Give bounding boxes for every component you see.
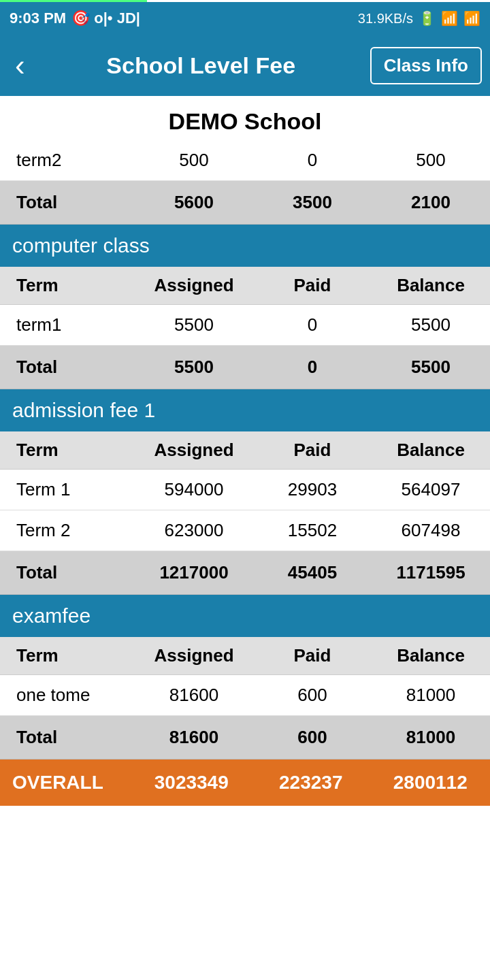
assigned-cell: 5500 bbox=[135, 314, 253, 336]
col-balance: Balance bbox=[372, 645, 490, 666]
paid-cell: 0 bbox=[253, 314, 372, 336]
time: 9:03 PM bbox=[10, 10, 66, 27]
demo-school-section: term2 500 0 500 Total 5600 3500 2100 bbox=[0, 140, 490, 225]
section-header-computer-class: computer class bbox=[0, 225, 490, 267]
status-left: 9:03 PM 🎯 o|• JD| bbox=[10, 10, 140, 27]
total-balance: 81000 bbox=[372, 727, 490, 748]
admission-fee-section: admission fee 1 Term Assigned Paid Balan… bbox=[0, 389, 490, 595]
school-name: DEMO School bbox=[0, 96, 490, 140]
assigned-cell: 594000 bbox=[135, 479, 253, 500]
balance-cell: 500 bbox=[372, 150, 490, 171]
table-row: term1 5500 0 5500 bbox=[0, 305, 490, 346]
total-row: Total 5600 3500 2100 bbox=[0, 181, 490, 225]
balance-cell: 81000 bbox=[372, 685, 490, 706]
overall-paid: 223237 bbox=[251, 772, 371, 794]
table-row: one tome 81600 600 81000 bbox=[0, 675, 490, 716]
total-paid: 0 bbox=[253, 357, 372, 378]
computer-class-section: computer class Term Assigned Paid Balanc… bbox=[0, 225, 490, 389]
total-paid: 3500 bbox=[253, 192, 372, 213]
class-info-button[interactable]: Class Info bbox=[370, 47, 482, 84]
total-label: Total bbox=[0, 727, 135, 748]
table-row: Term 2 623000 15502 607498 bbox=[0, 510, 490, 551]
paid-cell: 15502 bbox=[253, 520, 372, 541]
overall-footer: OVERALL 3023349 223237 2800112 bbox=[0, 760, 490, 806]
col-paid: Paid bbox=[253, 440, 372, 461]
network-speed: 31.9KB/s bbox=[358, 11, 413, 27]
total-row: Total 1217000 45405 1171595 bbox=[0, 551, 490, 595]
examfee-section: examfee Term Assigned Paid Balance one t… bbox=[0, 595, 490, 760]
paid-cell: 29903 bbox=[253, 479, 372, 500]
overall-assigned: 3023349 bbox=[132, 772, 252, 794]
total-balance: 5500 bbox=[372, 357, 490, 378]
table-row: term2 500 0 500 bbox=[0, 140, 490, 181]
total-assigned: 5500 bbox=[135, 357, 253, 378]
status-bar: 9:03 PM 🎯 o|• JD| 31.9KB/s 🔋 📶 📶 bbox=[0, 2, 490, 35]
balance-cell: 5500 bbox=[372, 314, 490, 336]
total-label: Total bbox=[0, 357, 135, 378]
term-cell: one tome bbox=[0, 685, 135, 706]
col-assigned: Assigned bbox=[135, 440, 253, 461]
term-cell: Term 2 bbox=[0, 520, 135, 541]
status-icons: 🎯 o|• JD| bbox=[71, 10, 140, 27]
total-assigned: 1217000 bbox=[135, 562, 253, 583]
col-balance: Balance bbox=[372, 275, 490, 296]
col-term: Term bbox=[0, 275, 135, 296]
col-assigned: Assigned bbox=[135, 275, 253, 296]
top-bar: ‹ School Level Fee Class Info bbox=[0, 35, 490, 96]
col-term: Term bbox=[0, 440, 135, 461]
col-paid: Paid bbox=[253, 275, 372, 296]
assigned-cell: 500 bbox=[135, 150, 253, 171]
total-paid: 600 bbox=[253, 727, 372, 748]
col-balance: Balance bbox=[372, 440, 490, 461]
col-header-row: Term Assigned Paid Balance bbox=[0, 431, 490, 470]
assigned-cell: 81600 bbox=[135, 685, 253, 706]
total-label: Total bbox=[0, 192, 135, 213]
col-term: Term bbox=[0, 645, 135, 666]
term-cell: term1 bbox=[0, 314, 135, 336]
back-button[interactable]: ‹ bbox=[8, 50, 32, 80]
total-row: Total 81600 600 81000 bbox=[0, 716, 490, 760]
total-label: Total bbox=[0, 562, 135, 583]
col-header-row: Term Assigned Paid Balance bbox=[0, 637, 490, 675]
total-balance: 2100 bbox=[372, 192, 490, 213]
overall-balance: 2800112 bbox=[371, 772, 491, 794]
balance-cell: 564097 bbox=[372, 479, 490, 500]
col-header-row: Term Assigned Paid Balance bbox=[0, 267, 490, 305]
total-paid: 45405 bbox=[253, 562, 372, 583]
balance-cell: 607498 bbox=[372, 520, 490, 541]
signal-icon: 📶 bbox=[441, 10, 458, 27]
status-right: 31.9KB/s 🔋 📶 📶 bbox=[358, 10, 480, 27]
col-assigned: Assigned bbox=[135, 645, 253, 666]
assigned-cell: 623000 bbox=[135, 520, 253, 541]
total-assigned: 81600 bbox=[135, 727, 253, 748]
term-cell: term2 bbox=[0, 150, 135, 171]
total-assigned: 5600 bbox=[135, 192, 253, 213]
total-row: Total 5500 0 5500 bbox=[0, 346, 490, 389]
table-row: Term 1 594000 29903 564097 bbox=[0, 470, 490, 510]
section-header-admission-fee: admission fee 1 bbox=[0, 389, 490, 431]
paid-cell: 0 bbox=[253, 150, 372, 171]
wifi-icon: 📶 bbox=[463, 10, 480, 27]
col-paid: Paid bbox=[253, 645, 372, 666]
page-title: School Level Fee bbox=[32, 52, 370, 79]
section-header-examfee: examfee bbox=[0, 595, 490, 637]
network-icon: 🔋 bbox=[419, 10, 436, 27]
paid-cell: 600 bbox=[253, 685, 372, 706]
total-balance: 1171595 bbox=[372, 562, 490, 583]
overall-label: OVERALL bbox=[0, 772, 132, 794]
term-cell: Term 1 bbox=[0, 479, 135, 500]
